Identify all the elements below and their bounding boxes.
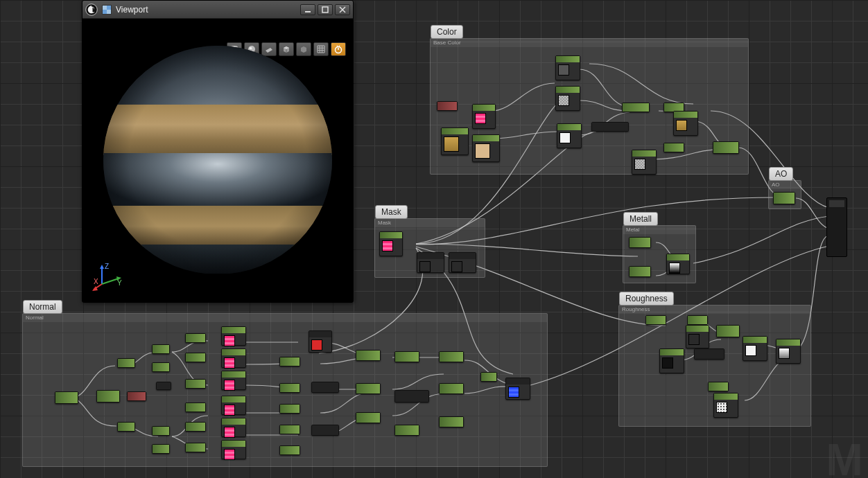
node-texture-sample[interactable] (221, 371, 246, 390)
node-texture-sample[interactable] (472, 104, 496, 129)
node-const[interactable] (708, 382, 729, 391)
node-add[interactable] (279, 404, 300, 414)
node-normalize[interactable] (480, 372, 497, 382)
node-lerp[interactable] (439, 351, 464, 362)
node-lerp[interactable] (713, 141, 739, 154)
viewport-preview[interactable]: Z Y X (85, 20, 350, 299)
node-texture-sample[interactable] (713, 393, 738, 418)
toolbar-plane-icon[interactable] (261, 42, 277, 56)
region-metal[interactable]: Metall Metal (623, 225, 696, 283)
node-component-mask[interactable] (417, 252, 444, 273)
node-mul[interactable] (152, 344, 170, 354)
node-append[interactable] (185, 379, 206, 389)
node-lerp[interactable] (394, 351, 419, 362)
node-mul[interactable] (716, 325, 740, 337)
region-ao[interactable]: AO AO (768, 180, 801, 209)
node-lerp[interactable] (776, 339, 801, 364)
viewport-window[interactable]: Viewport Z Y X (82, 0, 354, 303)
node-param[interactable] (437, 101, 458, 111)
node-panner[interactable] (96, 390, 120, 402)
region-mask-label: Mask (375, 205, 408, 219)
node-add[interactable] (279, 383, 300, 393)
node-texture-sample[interactable] (743, 336, 767, 361)
node-add[interactable] (279, 445, 300, 455)
node-mask-texture[interactable] (379, 231, 403, 256)
node-texture-sample[interactable] (673, 111, 698, 136)
node-texture-sample[interactable] (557, 123, 582, 148)
toolbar-mesh-icon[interactable] (296, 42, 311, 56)
node-append[interactable] (185, 443, 206, 452)
node-component-mask[interactable] (449, 252, 476, 273)
node-texture-sample[interactable] (472, 134, 500, 162)
svg-text:Z: Z (105, 263, 109, 270)
toolbar-grid-icon[interactable] (313, 42, 329, 56)
region-roughness[interactable]: Roughness Roughness (618, 305, 811, 427)
node-const[interactable] (645, 315, 666, 325)
node-lerp[interactable] (356, 350, 381, 361)
node-texture-sample[interactable] (221, 396, 246, 415)
node-texture-sample[interactable] (221, 326, 246, 346)
node-blend[interactable] (394, 390, 429, 402)
toolbar-realtime-icon[interactable] (331, 42, 346, 56)
close-button[interactable] (335, 4, 350, 15)
node-blend[interactable] (311, 382, 339, 393)
node-texture-sample[interactable] (632, 150, 657, 175)
node-lerp[interactable] (439, 383, 464, 394)
region-color[interactable]: Color Base Color (430, 38, 749, 175)
toolbar-cube-icon[interactable] (279, 42, 294, 56)
node-lerp[interactable] (356, 383, 381, 394)
node-blend[interactable] (311, 425, 339, 436)
node-texture-sample[interactable] (441, 127, 469, 155)
node-func[interactable] (591, 122, 629, 132)
node-mul[interactable] (152, 444, 170, 454)
svg-point-7 (250, 47, 252, 49)
node-const[interactable] (156, 382, 171, 390)
node-const[interactable] (629, 266, 651, 277)
node-add[interactable] (117, 422, 135, 432)
material-graph-workspace[interactable]: Color Base Color AO AO Mask Mask Metall … (0, 0, 868, 478)
maximize-button[interactable] (318, 4, 333, 15)
node-lerp[interactable] (356, 412, 381, 423)
node-func[interactable] (694, 348, 724, 360)
region-normal-label: Normal (23, 300, 62, 314)
node-texture-sample[interactable] (221, 418, 246, 437)
node-append[interactable] (185, 402, 206, 412)
node-lerp[interactable] (439, 416, 464, 427)
node-ao[interactable] (773, 192, 795, 204)
node-add[interactable] (117, 358, 135, 368)
region-ao-label: AO (769, 167, 793, 181)
material-output-node[interactable] (826, 197, 847, 257)
region-normal[interactable]: Normal Normal (22, 313, 548, 467)
node-output-normal[interactable] (505, 378, 530, 400)
node-const[interactable] (127, 391, 146, 401)
node-texture-sample[interactable] (555, 86, 580, 111)
node-lerp[interactable] (394, 425, 419, 436)
node-append[interactable] (185, 353, 206, 362)
svg-text:Y: Y (117, 279, 122, 287)
axis-gizmo-icon: Z Y X (92, 262, 123, 292)
node-texture-sample[interactable] (555, 55, 580, 80)
node-const[interactable] (629, 237, 651, 248)
viewport-tab-icon (102, 5, 112, 15)
node-append[interactable] (185, 422, 206, 432)
node-add[interactable] (279, 425, 300, 434)
watermark: M (826, 443, 864, 478)
region-metal-tab: Metal (623, 226, 695, 234)
node-append[interactable] (185, 333, 206, 343)
node-texture-sample[interactable] (221, 348, 246, 368)
node-texture-sample[interactable] (686, 325, 709, 348)
minimize-button[interactable] (300, 4, 315, 15)
node-lerp[interactable] (666, 254, 690, 274)
node-texture-sample[interactable] (221, 440, 246, 459)
node-mul[interactable] (152, 362, 170, 372)
node-add[interactable] (279, 357, 300, 366)
node-texture-sample[interactable] (659, 348, 684, 373)
viewport-titlebar[interactable]: Viewport (83, 1, 353, 19)
node-lerp[interactable] (622, 103, 650, 112)
node-const[interactable] (687, 315, 708, 325)
region-mask[interactable]: Mask Mask (374, 218, 485, 278)
node-mul[interactable] (152, 426, 170, 436)
node-texcoord[interactable] (55, 391, 78, 404)
node-multiply[interactable] (663, 143, 684, 152)
node-vector3[interactable] (309, 330, 332, 353)
